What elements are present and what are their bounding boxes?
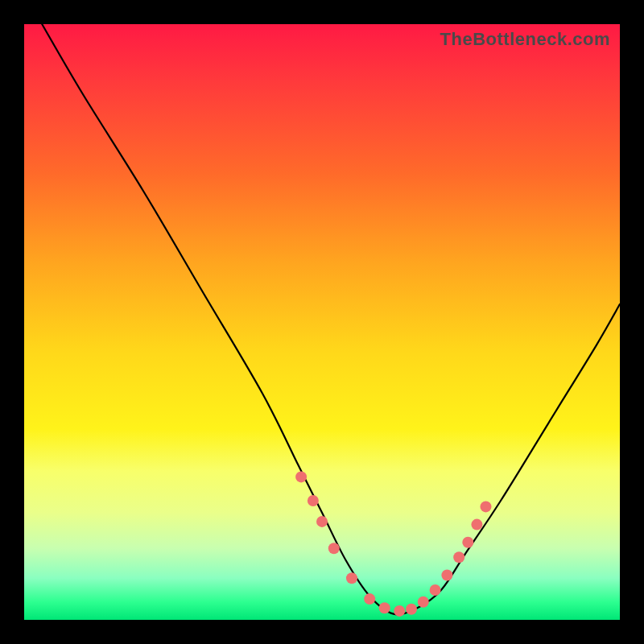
marker-dot — [418, 597, 429, 608]
marker-dot — [471, 519, 482, 530]
marker-dot — [453, 551, 464, 563]
marker-dot — [394, 605, 405, 617]
marker-dots — [295, 471, 491, 617]
marker-dot — [364, 593, 375, 605]
curve-layer — [24, 24, 620, 620]
marker-dot — [316, 516, 328, 527]
plot-area: TheBottleneck.com — [24, 24, 620, 620]
marker-dot — [406, 604, 417, 615]
marker-dot — [462, 537, 473, 548]
marker-dot — [481, 501, 492, 512]
marker-dot — [328, 543, 340, 554]
marker-dot — [308, 495, 319, 506]
chart-frame: TheBottleneck.com — [0, 0, 644, 644]
marker-dot — [295, 471, 307, 482]
marker-dot — [346, 572, 357, 584]
bottleneck-curve — [42, 24, 620, 614]
marker-dot — [430, 584, 441, 596]
marker-dot — [441, 570, 452, 581]
marker-dot — [379, 602, 390, 613]
